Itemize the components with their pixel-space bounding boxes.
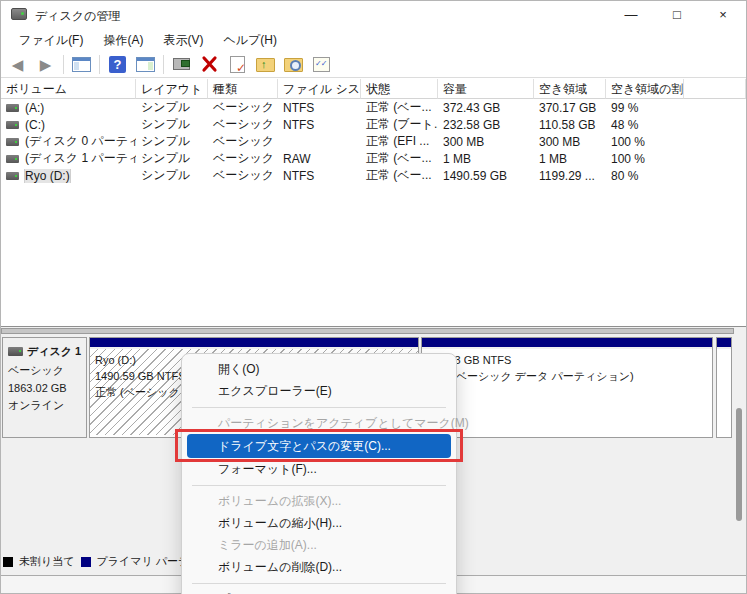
header-free-percent[interactable]: 空き領域の割... [606,79,684,99]
capacity-cell: 1 MB [438,152,534,166]
layout-cell: シンプル [136,133,208,150]
folder-up-glyph [256,58,275,72]
rescan-disks-icon[interactable] [171,55,192,74]
free-cell: 370.17 GB [534,101,606,115]
show-action-pane-icon[interactable] [135,55,156,74]
menu-file[interactable]: ファイル(F) [9,30,93,51]
partition-color-bar [422,338,712,349]
show-console-tree-icon[interactable] [71,55,92,74]
toolbar-separator [63,55,64,74]
partition-status: 正常 (ベーシック データ パーティション) [427,368,712,384]
menu-item-change-drive-letter[interactable]: ドライブ文字とパスの変更(C)... [187,434,451,458]
fs-cell: NTFS [278,169,361,183]
table-row[interactable]: (ディスク 0 パーティシ... シンプル ベーシック 正常 (EFI ... … [1,133,746,150]
volume-name: (A:) [25,101,44,115]
menu-item-mark-active: パーティションをアクティブとしてマーク(M) [182,412,456,434]
title-bar: ディスクの管理 — □ × [1,1,746,29]
partition-small[interactable] [716,337,732,438]
table-row[interactable]: (A:) シンプル ベーシック NTFS 正常 (ベー... 372.43 GB… [1,99,746,116]
menu-item-explorer[interactable]: エクスプローラー(E) [182,380,456,402]
type-cell: ベーシック [208,167,278,184]
red-x-glyph [199,55,220,74]
type-cell: ベーシック [208,133,278,150]
menu-item-shrink-volume[interactable]: ボリュームの縮小(H)... [182,512,456,534]
header-free-space[interactable]: 空き領域 [534,79,606,99]
explore-folder-icon[interactable] [283,55,304,74]
capacity-cell: 1490.59 GB [438,169,534,183]
capacity-cell: 300 MB [438,135,534,149]
checklist-glyph [313,57,330,72]
menu-help[interactable]: ヘルプ(H) [213,30,287,51]
menu-view[interactable]: 表示(V) [153,30,213,51]
vertical-scrollbar-thumb[interactable] [736,408,742,521]
percent-cell: 48 % [606,118,684,132]
disk-name: ディスク 1 [27,344,81,359]
menu-bar: ファイル(F) 操作(A) 表示(V) ヘルプ(H) [1,29,746,51]
toolbar-separator [99,55,100,74]
menu-action[interactable]: 操作(A) [93,30,153,51]
fs-cell: RAW [278,152,361,166]
volume-cell: (ディスク 1 パーティシ... [1,150,136,167]
doc-check-glyph [230,56,245,73]
free-cell: 110.58 GB [534,118,606,132]
volume-name: Ryo (D:) [25,169,70,183]
volume-list: ボリューム レイアウト 種類 ファイル システム 状態 容量 空き領域 空き領域… [1,79,746,326]
menu-separator [182,480,456,490]
context-menu: 開く(O) エクスプローラー(E) パーティションをアクティブとしてマーク(M)… [181,353,457,594]
header-capacity[interactable]: 容量 [438,79,534,99]
maximize-button[interactable]: □ [654,1,700,29]
close-button[interactable]: × [700,1,746,29]
disk-icon [8,347,23,356]
help-icon[interactable]: ? [107,55,128,74]
disk-status: オンライン [8,398,86,413]
table-row-selected[interactable]: Ryo (D:) シンプル ベーシック NTFS 正常 (ベー... 1490.… [1,167,746,184]
percent-cell: 100 % [606,135,684,149]
type-cell: ベーシック [208,116,278,133]
percent-cell: 100 % [606,152,684,166]
mark-partition-icon[interactable] [227,55,248,74]
header-volume[interactable]: ボリューム [1,79,136,99]
menu-item-format[interactable]: フォーマット(F)... [182,458,456,480]
volume-name: (ディスク 1 パーティシ... [25,150,136,167]
volume-cell: Ryo (D:) [1,169,136,183]
status-cell: 正常 (ベー... [361,150,438,167]
type-cell: ベーシック [208,150,278,167]
volume-drive-icon [6,104,19,112]
disk1-header[interactable]: ディスク 1 ベーシック 1863.02 GB オンライン [2,337,87,438]
menu-item-properties[interactable]: プロパティ(P) [182,588,456,594]
toolbar: ◀ ▶ ? [1,51,746,78]
back-arrow-glyph: ◀ [7,55,28,74]
header-type[interactable]: 種類 [208,79,278,99]
fs-cell: NTFS [278,101,361,115]
properties-checklist-icon[interactable] [311,55,332,74]
layout-cell: シンプル [136,150,208,167]
console-tree-glyph [72,57,91,72]
horizontal-scrollbar[interactable] [1,326,746,334]
status-cell: 正常 (ベー... [361,99,438,116]
back-icon[interactable]: ◀ [7,55,28,74]
menu-item-open[interactable]: 開く(O) [182,358,456,380]
menu-item-delete-volume[interactable]: ボリュームの削除(D)... [182,556,456,578]
delete-volume-icon[interactable] [199,55,220,74]
volume-drive-icon [6,172,19,180]
forward-arrow-glyph: ▶ [35,55,56,74]
header-layout[interactable]: レイアウト [136,79,208,99]
toolbar-separator [163,55,164,74]
legend-unallocated-swatch [3,557,13,567]
forward-icon[interactable]: ▶ [35,55,56,74]
volume-name: (C:) [25,118,45,132]
layout-cell: シンプル [136,116,208,133]
open-folder-icon[interactable] [255,55,276,74]
volume-drive-icon [6,138,19,146]
volume-cell: (ディスク 0 パーティシ... [1,133,136,150]
header-filesystem[interactable]: ファイル システム [278,79,361,99]
status-cell: 正常 (EFI ... [361,133,438,150]
disk-management-window: ディスクの管理 — □ × ファイル(F) 操作(A) 表示(V) ヘルプ(H)… [0,0,747,594]
table-row[interactable]: (C:) シンプル ベーシック NTFS 正常 (ブート... 232.58 G… [1,116,746,133]
layout-cell: シンプル [136,167,208,184]
minimize-button[interactable]: — [608,1,654,29]
disk-size: 1863.02 GB [8,382,86,394]
table-row[interactable]: (ディスク 1 パーティシ... シンプル ベーシック RAW 正常 (ベー..… [1,150,746,167]
header-status[interactable]: 状態 [361,79,438,99]
volume-cell: (C:) [1,118,136,132]
